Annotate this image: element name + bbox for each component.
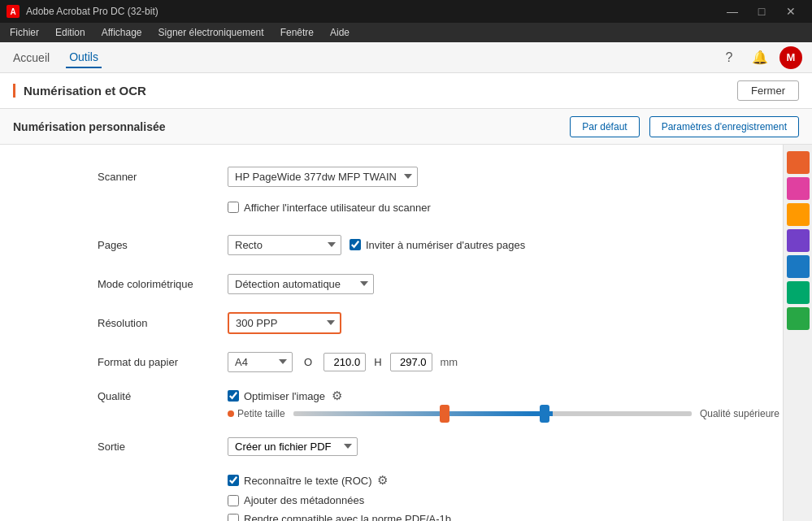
height-input[interactable] <box>390 353 432 371</box>
ajouter-row: Ajouter des métadonnées <box>228 494 779 506</box>
quality-dot <box>228 410 234 417</box>
quality-slider[interactable] <box>293 411 692 416</box>
window-controls: — □ ✕ <box>718 0 805 23</box>
mode-row: Mode colorimétrique Détection automatiqu… <box>98 271 779 296</box>
nav-outils[interactable]: Outils <box>66 47 102 68</box>
sidebar-tab-6[interactable] <box>787 281 810 304</box>
parametres-button[interactable]: Paramètres d'enregistrement <box>649 116 799 137</box>
format-label: Format du papier <box>98 356 228 368</box>
scanner-select[interactable]: HP PageWide 377dw MFP TWAIN <box>228 167 418 187</box>
menu-fichier[interactable]: Fichier <box>3 25 46 40</box>
sidebar-tab-5[interactable] <box>787 255 810 278</box>
qualite-label: Qualité <box>98 390 228 402</box>
sortie-options: Reconnaître le texte (ROC) ⚙ Ajouter des… <box>98 473 779 521</box>
close-button[interactable]: ✕ <box>776 0 805 23</box>
fermer-button[interactable]: Fermer <box>737 80 799 101</box>
sidebar-tab-3[interactable] <box>787 203 810 226</box>
format-row: Format du papier A4 O H mm <box>98 350 779 374</box>
pages-select[interactable]: Recto <box>228 235 341 255</box>
sidebar-tab-2[interactable] <box>787 177 810 200</box>
title-bar: A Adobe Acrobat Pro DC (32-bit) — □ ✕ <box>0 0 812 23</box>
sidebar-tab-4[interactable] <box>787 229 810 252</box>
qualite-superieure-label: Qualité supérieure <box>700 408 779 419</box>
afficher-interface-row: Afficher l'interface utilisateur du scan… <box>228 195 779 219</box>
maximize-button[interactable]: □ <box>747 0 776 23</box>
section-header: Numérisation et OCR Fermer <box>0 73 812 109</box>
rendre-checkbox[interactable] <box>228 514 239 522</box>
format-control: A4 O H mm <box>228 352 779 372</box>
scanner-label: Scanner <box>98 171 228 183</box>
rendre-checkbox-wrapper: Rendre compatible avec la norme PDF/A-1b <box>228 513 451 521</box>
form-area: Scanner HP PageWide 377dw MFP TWAIN Affi… <box>0 145 812 521</box>
h-label: H <box>374 356 381 368</box>
app-window: A Adobe Acrobat Pro DC (32-bit) — □ ✕ Fi… <box>0 0 812 521</box>
nav-bar: Accueil Outils ? 🔔 M <box>0 42 812 73</box>
menu-fenetre[interactable]: Fenêtre <box>274 25 320 40</box>
mm-label: mm <box>441 356 458 368</box>
menu-signer[interactable]: Signer électroniquement <box>152 25 271 40</box>
sidebar-tab-7[interactable] <box>787 307 810 330</box>
par-defaut-button[interactable]: Par défaut <box>570 116 639 137</box>
minimize-button[interactable]: — <box>718 0 747 23</box>
sortie-row: Sortie Créer un fichier PDF <box>98 434 779 458</box>
ajouter-label: Ajouter des métadonnées <box>244 494 364 506</box>
window-title: Adobe Acrobat Pro DC (32-bit) <box>26 6 711 17</box>
main-content: Scanner HP PageWide 377dw MFP TWAIN Affi… <box>0 145 812 521</box>
sortie-label: Sortie <box>98 441 228 453</box>
menu-bar: Fichier Edition Affichage Signer électro… <box>0 23 812 42</box>
mode-select[interactable]: Détection automatique <box>228 274 374 294</box>
resolution-label: Résolution <box>98 317 228 329</box>
inviter-checkbox[interactable] <box>350 239 361 250</box>
petite-taille-label: Petite taille <box>237 408 285 419</box>
scanner-row: Scanner HP PageWide 377dw MFP TWAIN <box>98 164 779 189</box>
menu-aide[interactable]: Aide <box>323 25 356 40</box>
reconnaitre-row: Reconnaître le texte (ROC) ⚙ <box>228 473 779 488</box>
sortie-control: Créer un fichier PDF <box>228 437 779 456</box>
sortie-select[interactable]: Créer un fichier PDF <box>228 437 358 456</box>
pages-label: Pages <box>98 239 228 251</box>
optimiser-checkbox-wrapper: Optimiser l'image <box>228 390 325 402</box>
resolution-row: Résolution 300 PPP <box>98 310 779 335</box>
inviter-label: Inviter à numériser d'autres pages <box>366 239 525 251</box>
slider-thumb-left[interactable] <box>440 405 449 423</box>
notifications-icon-btn[interactable]: 🔔 <box>749 46 771 69</box>
section-title: Numérisation et OCR <box>13 84 146 98</box>
sub-header: Numérisation personnalisée Par défaut Pa… <box>0 109 812 145</box>
optimiser-row: Optimiser l'image ⚙ <box>228 389 342 403</box>
slider-thumb-right[interactable] <box>540 405 549 423</box>
qualite-row: Qualité Optimiser l'image ⚙ Petite taill… <box>98 389 779 419</box>
ajouter-checkbox[interactable] <box>228 495 239 506</box>
inviter-checkbox-wrapper: Inviter à numériser d'autres pages <box>350 239 525 251</box>
slider-container: Petite taille Qualité supérieure <box>237 408 779 419</box>
ajouter-checkbox-wrapper: Ajouter des métadonnées <box>228 494 364 506</box>
afficher-interface-checkbox[interactable] <box>228 202 239 213</box>
optimiser-gear-icon[interactable]: ⚙ <box>332 389 342 403</box>
menu-edition[interactable]: Edition <box>49 25 92 40</box>
right-sidebar <box>783 145 812 521</box>
nav-icons: ? 🔔 M <box>718 46 802 69</box>
afficher-interface-label: Afficher l'interface utilisateur du scan… <box>244 202 431 214</box>
resolution-control: 300 PPP <box>228 312 779 334</box>
nav-accueil[interactable]: Accueil <box>10 48 53 67</box>
o-label: O <box>304 356 312 368</box>
rendre-row: Rendre compatible avec la norme PDF/A-1b <box>228 513 779 521</box>
sidebar-tab-1[interactable] <box>787 151 810 174</box>
profile-icon-btn[interactable]: M <box>779 46 802 69</box>
rendre-label: Rendre compatible avec la norme PDF/A-1b <box>244 513 451 521</box>
reconnaitre-checkbox-wrapper: Reconnaître le texte (ROC) <box>228 475 372 487</box>
help-icon-btn[interactable]: ? <box>718 46 740 69</box>
optimiser-checkbox[interactable] <box>228 390 239 402</box>
format-select[interactable]: A4 <box>228 352 293 372</box>
resolution-select[interactable]: 300 PPP <box>228 312 341 334</box>
sub-header-title: Numérisation personnalisée <box>13 120 560 133</box>
reconnaitre-label: Reconnaître le texte (ROC) <box>244 475 372 487</box>
reconnaitre-gear-icon[interactable]: ⚙ <box>377 473 388 488</box>
app-icon: A <box>7 5 20 18</box>
width-input[interactable] <box>323 353 366 371</box>
reconnaitre-checkbox[interactable] <box>228 475 239 486</box>
menu-affichage[interactable]: Affichage <box>95 25 149 40</box>
pages-control: Recto Inviter à numériser d'autres pages <box>228 235 779 255</box>
optimiser-label: Optimiser l'image <box>244 390 325 402</box>
mode-label: Mode colorimétrique <box>98 278 228 290</box>
mode-control: Détection automatique <box>228 274 779 294</box>
